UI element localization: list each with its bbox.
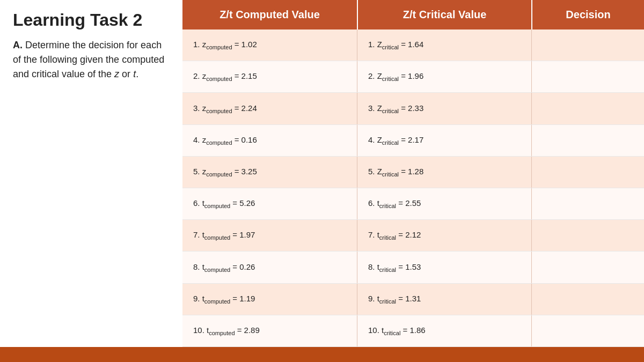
main-container: Learning Task 2 A. Determine the decisio… [0,0,644,362]
left-panel: Learning Task 2 A. Determine the decisio… [0,0,182,347]
col-header-decision: Decision [531,0,644,29]
table-header: Z/t Computed Value Z/t Critical Value De… [182,0,644,29]
description-text: Determine the decision for each of the f… [13,40,164,79]
computed-cell: 4. zcomputed = 0.16 [182,125,357,156]
description-or: or [119,69,133,79]
computed-cell: 3. zcomputed = 2.24 [182,93,357,124]
decision-cell [531,29,644,61]
table-row: 5. zcomputed = 3.255. Zcritical = 1.28 [182,157,644,188]
computed-cell: 6. tcomputed = 5.26 [182,188,357,219]
table-row: 6. tcomputed = 5.266. tcritical = 2.55 [182,188,644,220]
critical-cell: 10. tcritical = 1.86 [357,315,531,346]
table-row: 10. tcomputed = 2.8910. tcritical = 1.86 [182,315,644,347]
critical-cell: 6. tcritical = 2.55 [357,188,531,219]
table-area: Z/t Computed Value Z/t Critical Value De… [182,0,644,347]
decision-cell [531,284,644,315]
task-title: Learning Task 2 [13,11,170,29]
var-z: z [114,69,119,79]
decision-cell [531,315,644,346]
decision-cell [531,188,644,219]
task-description: A. Determine the decision for each of th… [13,38,170,82]
decision-cell [531,61,644,92]
critical-cell: 4. Zcritical = 2.17 [357,125,531,156]
critical-cell: 1. Zcritical = 1.64 [357,29,531,61]
table-row: 2. zcomputed = 2.152. Zcritical = 1.96 [182,61,644,93]
col-header-computed: Z/t Computed Value [182,0,357,29]
critical-cell: 8. tcritical = 1.53 [357,252,531,283]
computed-cell: 7. tcomputed = 1.97 [182,220,357,251]
critical-cell: 9. tcritical = 1.31 [357,284,531,315]
description-period: . [136,69,138,79]
computed-cell: 1. zcomputed = 1.02 [182,29,357,61]
label-a: A. [13,40,23,50]
critical-cell: 3. Zcritical = 2.33 [357,93,531,124]
content-area: Learning Task 2 A. Determine the decisio… [0,0,644,347]
table-row: 8. tcomputed = 0.268. tcritical = 1.53 [182,252,644,283]
table-row: 1. zcomputed = 1.021. Zcritical = 1.64 [182,29,644,61]
computed-cell: 5. zcomputed = 3.25 [182,157,357,188]
table-row: 7. tcomputed = 1.977. tcritical = 2.12 [182,220,644,252]
computed-cell: 2. zcomputed = 2.15 [182,61,357,92]
decision-cell [531,125,644,156]
critical-cell: 7. tcritical = 2.12 [357,220,531,251]
critical-cell: 5. Zcritical = 1.28 [357,157,531,188]
table-row: 4. zcomputed = 0.164. Zcritical = 2.17 [182,125,644,157]
decision-cell [531,252,644,283]
bottom-bar [0,347,644,362]
decision-cell [531,220,644,251]
col-header-critical: Z/t Critical Value [357,0,531,29]
decision-cell [531,93,644,124]
critical-cell: 2. Zcritical = 1.96 [357,61,531,92]
computed-cell: 10. tcomputed = 2.89 [182,315,357,346]
decision-cell [531,157,644,188]
computed-cell: 8. tcomputed = 0.26 [182,252,357,283]
table-row: 9. tcomputed = 1.199. tcritical = 1.31 [182,284,644,315]
computed-cell: 9. tcomputed = 1.19 [182,284,357,315]
table-row: 3. zcomputed = 2.243. Zcritical = 2.33 [182,93,644,124]
table-body: 1. zcomputed = 1.021. Zcritical = 1.642.… [182,29,644,347]
